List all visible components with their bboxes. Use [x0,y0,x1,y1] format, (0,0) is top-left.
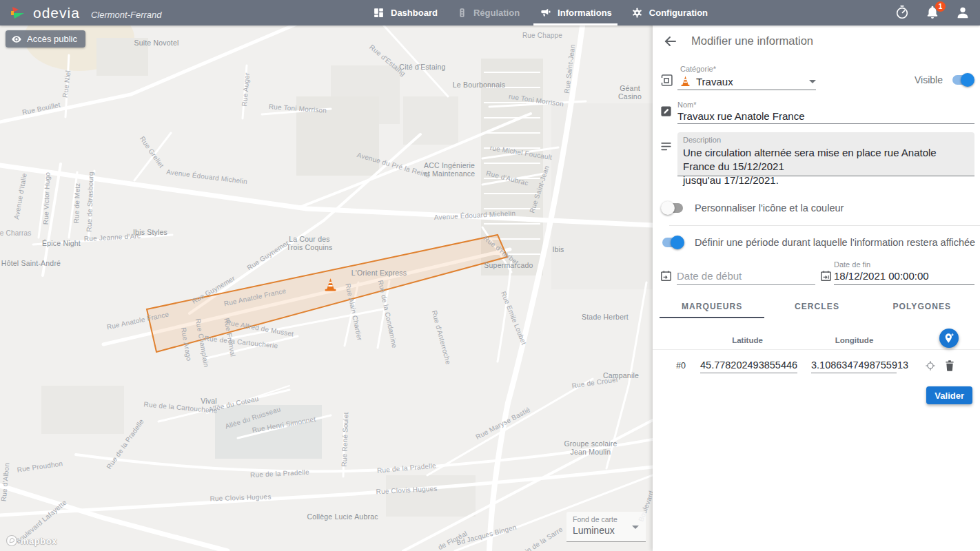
back-button[interactable] [662,33,679,50]
map-canvas[interactable]: Suite NovotelRue NielRue BouilletRue d'E… [0,0,653,551]
map-label: Rue Chappe [522,32,562,40]
map-label: ACC Ingénierie et Maintenance [424,161,476,178]
map-label: Épice Night [42,239,81,247]
map-label: Suite Novotel [134,39,178,47]
timer-icon [895,5,910,20]
marker-index: #0 [676,361,686,371]
delete-marker-icon[interactable] [944,360,955,372]
eye-icon [11,34,22,45]
public-access-button[interactable]: Accès public [6,30,85,48]
megaphone-icon [539,7,551,19]
odevia-logo-icon [10,5,28,21]
map-label: Géant Casino [618,84,642,101]
nav-configuration[interactable]: Configuration [622,0,717,25]
date-start-underline [677,284,815,285]
customize-icon-toggle[interactable] [661,201,684,215]
description-textarea[interactable]: Description Une circulation alternée ser… [677,132,974,176]
customize-icon-label: Personnaliser l'icône et la couleur [695,202,844,214]
date-start-icon [660,269,673,282]
chevron-down-icon [632,526,639,529]
mapbox-logo: mapbox [6,534,57,547]
nav-dashboard[interactable]: Dashboard [363,0,447,25]
date-end-underline [834,284,974,285]
nav-informations[interactable]: Informations [529,0,622,25]
latitude-input[interactable]: 45.778202493855446 [700,360,797,373]
map-label: Le Bourbonnais [453,81,505,89]
person-icon [955,5,970,20]
visible-label: Visible [915,74,943,85]
cone-marker-icon[interactable] [324,278,337,292]
map-label: Rue de Metz [72,183,82,223]
gear-icon [631,7,643,19]
add-marker-button[interactable] [939,329,959,348]
map-label: La Cour des Trois Coquins [287,235,333,251]
brand[interactable]: odevia Clermont-Ferrand [10,5,161,21]
customize-icon-toggle-row: Personnaliser l'icône et la couleur [661,201,844,215]
nav-regulation[interactable]: Régulation [447,0,529,25]
tab-polygones[interactable]: POLYGONES [870,298,974,318]
nav-informations-label: Informations [558,8,612,18]
category-select[interactable]: Travaux [677,73,816,90]
visible-toggle[interactable] [951,73,974,87]
mapbox-wordmark: mapbox [21,536,57,546]
period-toggle[interactable] [661,236,684,249]
map-label: L'Orient Express [351,269,407,277]
description-label: Description [683,136,969,144]
latitude-column-header: Latitude [694,336,801,344]
date-end-input[interactable]: 18/12/2021 00:00:00 [834,270,929,282]
name-input[interactable]: Travaux rue Anatole France [677,110,805,122]
topbar-actions: 1 [895,0,972,25]
add-location-icon [943,333,955,344]
map-label: Supermarcado [484,261,533,269]
account-button[interactable] [955,5,972,21]
city-name: Clermont-Ferrand [91,10,162,20]
edit-info-panel: Modifier une information Catégorie* Trav… [653,0,980,551]
traffic-light-icon [457,7,467,19]
submit-button[interactable]: Valider [926,386,972,404]
notification-badge: 1 [935,1,946,12]
map-label: Ibis Styles [133,228,167,236]
topbar: odevia Clermont-Ferrand Dashboard Régula… [0,0,980,25]
category-value: Travaux [696,76,805,87]
dashboard-icon [373,7,385,19]
app-root: Suite NovotelRue NielRue BouilletRue d'E… [0,0,980,551]
tab-marqueurs[interactable]: MARQUEURS [660,298,764,318]
mapbox-icon [6,534,18,547]
description-line: Une circulation alternée sera mise en pl… [683,146,969,174]
basemap-label: Fond de carte [573,515,640,523]
page-title: Modifier une information [691,34,813,48]
divider [669,225,980,226]
nav-configuration-label: Configuration [649,8,708,18]
tab-cercles[interactable]: CERCLES [764,298,869,318]
date-start-input[interactable]: Date de début [677,270,815,282]
map-label: Groupe scolaire Jean Moulin [564,439,617,456]
notes-icon [660,141,673,152]
basemap-value: Lumineux [573,525,640,536]
notifications-button[interactable]: 1 [925,5,941,21]
period-label: Définir une période durant laquelle l'in… [695,237,975,248]
map-label: Avenue Charras [0,229,31,238]
basemap-selector[interactable]: Fond de carte Lumineux [566,512,646,542]
longitude-column-header: Longitude [801,336,908,344]
map-label: Collège Lucie Aubrac [307,512,378,521]
brand-name: odevia [33,5,80,21]
locate-marker-icon[interactable] [925,360,936,371]
name-label: Nom* [677,101,697,109]
timer-button[interactable] [895,5,911,21]
map-label: Ibis [552,245,564,253]
name-underline [677,123,974,124]
edit-icon [660,105,673,118]
category-frame-icon [660,73,674,87]
geometry-tabs: MARQUEURSCERCLESPOLYGONES [660,298,974,318]
longitude-input[interactable]: 3.1086347498755913 [811,360,897,373]
period-toggle-row: Définir une période durant laquelle l'in… [661,236,975,249]
date-end-icon [819,269,833,282]
cone-icon [680,76,691,87]
nav-regulation-label: Régulation [473,8,520,18]
map-label: Cité d'Estaing [399,63,445,71]
description-line: jusqu'au 17/12/2021. [683,174,969,187]
chevron-down-icon [809,80,816,83]
nav-dashboard-label: Dashboard [391,8,438,18]
map-label: Stade Herbert [582,313,629,321]
category-label: Catégorie* [680,65,716,73]
